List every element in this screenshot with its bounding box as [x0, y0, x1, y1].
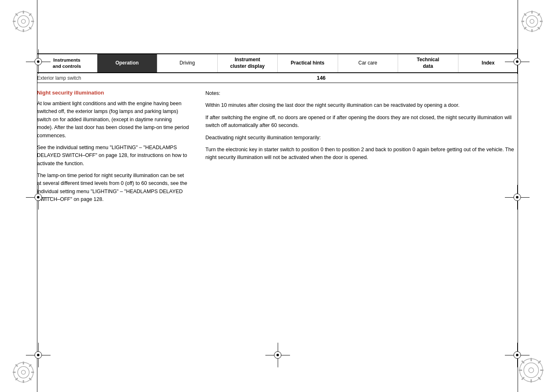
nav-carcare[interactable]: Car care — [338, 54, 398, 72]
top-left-crosshair — [26, 49, 51, 74]
nav-cluster[interactable]: Instrument cluster display — [218, 54, 278, 72]
top-right-crosshair — [505, 49, 530, 74]
page-number: 146 — [317, 75, 326, 81]
bottom-left-gear — [12, 361, 35, 384]
right-para-4: Turn the electronic key in starter switc… — [205, 146, 518, 162]
svg-point-34 — [524, 363, 539, 378]
svg-point-23 — [18, 367, 29, 378]
svg-point-12 — [526, 16, 538, 27]
svg-point-35 — [529, 368, 534, 373]
section-heading: Night security illumination — [37, 90, 189, 96]
svg-point-24 — [21, 370, 25, 374]
svg-point-13 — [530, 19, 534, 23]
bottom-right-gear — [518, 357, 545, 384]
nav-operation[interactable]: Operation — [97, 54, 158, 72]
notes-label: Notes: — [205, 90, 518, 97]
right-para-2: If after switching the engine off, no do… — [205, 114, 518, 130]
left-para-1: At low ambient light conditions and with… — [37, 100, 189, 140]
section-title: Exterior lamp switch — [37, 75, 81, 81]
mid-left-crosshair — [26, 185, 51, 210]
right-para-1: Within 10 minutes after closing the last… — [205, 101, 518, 109]
svg-point-1 — [18, 16, 29, 27]
top-right-gear — [521, 10, 543, 33]
right-column: Notes: Within 10 minutes after closing t… — [205, 90, 518, 208]
sub-header: Exterior lamp switch 146 — [37, 73, 518, 83]
nav-driving[interactable]: Driving — [157, 54, 218, 72]
left-column: Night security illumination At low ambie… — [37, 90, 189, 208]
svg-point-2 — [21, 19, 25, 23]
nav-practical[interactable]: Practical hints — [278, 54, 338, 72]
right-para-3: Deactivating night security illumination… — [205, 134, 518, 142]
left-para-2: See the individual setting menu "LIGHTIN… — [37, 144, 189, 168]
content-area: Night security illumination At low ambie… — [37, 90, 518, 208]
top-left-gear — [12, 10, 35, 33]
nav-technical[interactable]: Technical data — [398, 54, 458, 72]
nav-bar: Instruments and controls Operation Drivi… — [37, 53, 518, 73]
bottom-center-crosshair — [265, 343, 290, 367]
left-para-3: The lamp-on time period for night securi… — [37, 172, 189, 204]
mid-right-crosshair — [505, 185, 530, 210]
